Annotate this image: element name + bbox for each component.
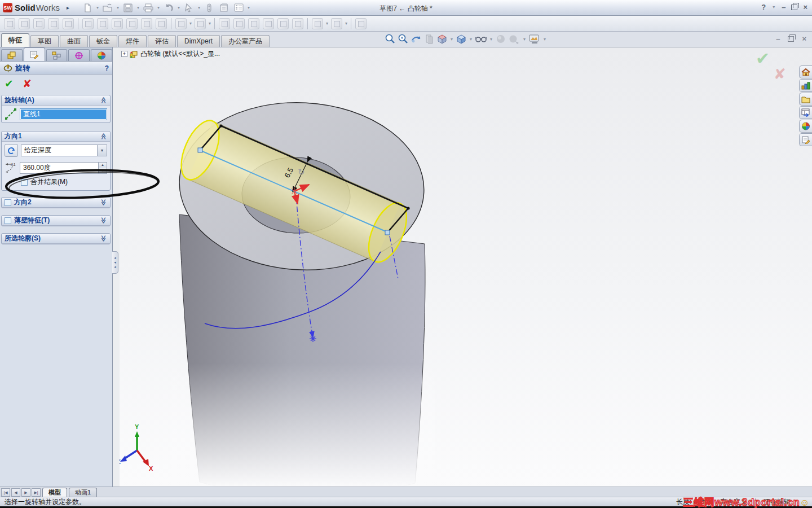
appearances-caret-icon[interactable]: ▾ (523, 37, 526, 42)
thin-feature-checkbox[interactable] (5, 217, 11, 224)
tab-office-products[interactable]: 办公室产品 (221, 35, 270, 47)
angle-field[interactable]: 360.00度 ▲ ▼ (20, 162, 107, 174)
tab-dimxpert[interactable]: DimXpert (177, 35, 220, 47)
zoom-area-icon[interactable] (398, 33, 409, 45)
displaystyle-caret-icon[interactable]: ▾ (490, 37, 492, 42)
help-caret-icon[interactable]: ▾ (773, 5, 775, 10)
tab-features[interactable]: 特征 (1, 33, 29, 47)
tree-expand-icon[interactable]: + (121, 51, 127, 57)
curves-icon[interactable] (331, 18, 342, 29)
confirm-cancel-corner[interactable]: ✘ (774, 65, 786, 83)
nav-prev-button[interactable]: ◀ (11, 488, 20, 497)
refgeo-caret-icon[interactable]: ▾ (326, 21, 328, 26)
section-view-icon[interactable] (436, 33, 448, 45)
mirror-icon[interactable] (292, 18, 303, 29)
extruded-boss-icon[interactable] (4, 18, 15, 29)
shell-icon[interactable] (248, 18, 259, 29)
previous-view-icon[interactable] (423, 33, 435, 45)
reverse-direction-button[interactable] (5, 144, 18, 157)
tab-sheetmetal[interactable]: 钣金 (89, 35, 117, 47)
confirm-ok-corner[interactable]: ✔ (756, 49, 770, 68)
open-caret-icon[interactable]: ▾ (117, 5, 119, 10)
minimize-button[interactable]: – (782, 3, 785, 11)
tree-root-label[interactable]: 凸轮轴 (默认<<默认>_显... (140, 49, 220, 59)
display-style-icon[interactable] (475, 33, 487, 45)
tab-animation1[interactable]: 动画1 (69, 488, 97, 497)
pm-cancel-button[interactable]: ✘ (23, 77, 32, 90)
options-icon[interactable] (232, 2, 245, 14)
rotate-view-icon[interactable] (411, 33, 422, 45)
options-caret-icon[interactable]: ▾ (248, 5, 250, 10)
lofted-cut-icon[interactable] (141, 18, 152, 29)
direction2-header[interactable]: 方向2 ≫ (2, 198, 110, 208)
undo-caret-icon[interactable]: ▾ (178, 5, 180, 10)
angle-value[interactable]: 360.00度 (20, 163, 98, 173)
print-caret-icon[interactable]: ▾ (157, 5, 160, 10)
sketch-endpoint-handle[interactable] (385, 230, 390, 235)
direction2-checkbox[interactable] (5, 199, 11, 206)
resources-home-icon[interactable] (799, 65, 812, 78)
graphics-viewport[interactable]: 6.5 ↻ Y (120, 47, 812, 487)
nav-first-button[interactable]: |◀ (1, 488, 10, 497)
select-caret-icon[interactable]: ▾ (198, 5, 200, 10)
view-orientation-icon[interactable] (456, 33, 467, 45)
design-library-icon[interactable] (799, 79, 812, 92)
help-button[interactable]: ? (761, 3, 766, 11)
merge-result-row[interactable]: 合并结果(M) (2, 176, 110, 190)
appearances-scenes-icon[interactable] (799, 120, 812, 133)
fillet-caret-icon[interactable]: ▾ (189, 21, 192, 26)
expand-chevron-icon[interactable]: ≫ (100, 217, 108, 224)
solidworks-menu[interactable]: SW Solid Works ▸ (0, 0, 73, 15)
save-icon[interactable] (121, 2, 135, 14)
new-caret-icon[interactable]: ▾ (96, 5, 99, 10)
file-properties-icon[interactable] (217, 2, 231, 14)
rib-icon[interactable] (219, 18, 230, 29)
doc-close-button[interactable]: × (802, 34, 806, 43)
pattern-caret-icon[interactable]: ▾ (209, 21, 211, 26)
tab-weldments[interactable]: 焊件 (118, 35, 147, 47)
dome-icon[interactable] (277, 18, 289, 29)
propertymanager-tab-icon[interactable] (24, 47, 45, 61)
vieworient-caret-icon[interactable]: ▾ (470, 37, 472, 42)
doc-restore-button[interactable] (788, 36, 794, 42)
revolved-cut-icon[interactable] (112, 18, 123, 29)
file-explorer-icon[interactable] (799, 93, 812, 106)
sketch-endpoint-handle[interactable] (198, 148, 202, 152)
thin-feature-header[interactable]: 薄壁特征(T) ≫ (2, 216, 110, 226)
panel-collapse-grip[interactable]: ◂ ◂ ◂ (112, 251, 118, 274)
scene-caret-icon[interactable]: ▾ (544, 37, 546, 42)
shadows-icon[interactable] (495, 33, 506, 45)
close-button[interactable]: × (803, 3, 807, 11)
feature-tree-flyout[interactable]: + 凸轮轴 (默认<<默认>_显... (121, 49, 220, 59)
sketch-vertex[interactable] (407, 207, 409, 209)
axis-group-header[interactable]: 旋转轴(A) ≫ (2, 95, 110, 106)
direction1-header[interactable]: 方向1 ≫ (2, 132, 110, 142)
linear-pattern-icon[interactable] (195, 18, 206, 29)
selected-contours-header[interactable]: 所选轮廓(S) ≫ (2, 234, 110, 244)
doc-minimize-button[interactable]: – (776, 34, 780, 43)
appearances-icon[interactable] (508, 33, 520, 45)
featuremanager-tab-icon[interactable] (1, 49, 23, 61)
curves-caret-icon[interactable]: ▾ (345, 21, 347, 26)
expand-chevron-icon[interactable]: ≫ (100, 235, 108, 242)
end-condition-dropdown[interactable]: 给定深度 ▼ (21, 144, 107, 156)
save-caret-icon[interactable]: ▾ (137, 5, 139, 10)
revolved-boss-icon[interactable] (19, 18, 30, 29)
expand-chevron-icon[interactable]: ≫ (100, 199, 108, 206)
nav-last-button[interactable]: ▶| (32, 488, 41, 497)
instant3d-icon[interactable] (355, 18, 367, 29)
reference-geometry-icon[interactable] (312, 18, 323, 29)
fillet-icon[interactable] (175, 18, 187, 29)
new-document-icon[interactable] (81, 2, 94, 14)
wrap-icon[interactable] (263, 18, 274, 29)
angle-spinner[interactable]: ▲ ▼ (98, 163, 107, 173)
tab-sketch[interactable]: 草图 (30, 35, 59, 47)
swept-boss-icon[interactable] (33, 18, 45, 29)
nav-next-button[interactable]: ▶ (21, 488, 30, 497)
spin-down-icon[interactable]: ▼ (99, 168, 107, 173)
spin-up-icon[interactable]: ▲ (99, 163, 107, 168)
hole-wizard-icon[interactable] (97, 18, 108, 29)
boundary-boss-icon[interactable] (63, 18, 74, 29)
configurationmanager-tab-icon[interactable] (46, 49, 68, 61)
sketch-vertex[interactable] (219, 124, 222, 127)
